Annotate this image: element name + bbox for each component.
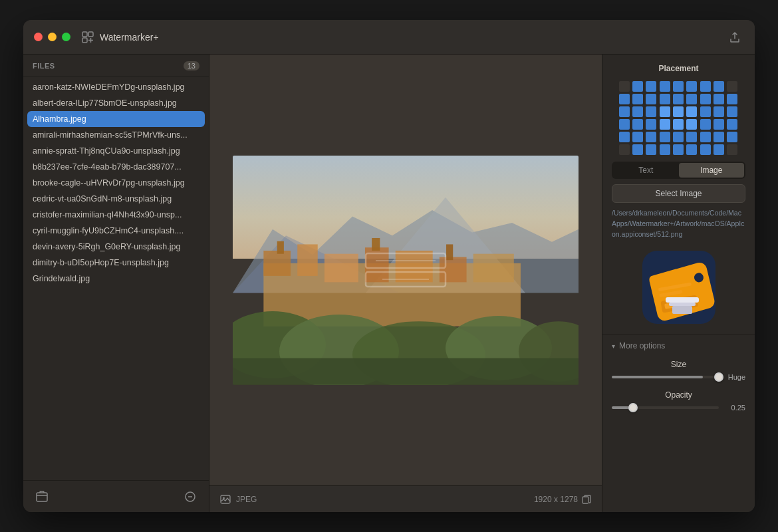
size-slider-thumb[interactable] [714, 372, 723, 382]
placement-dot[interactable] [673, 106, 684, 117]
placement-dot[interactable] [632, 144, 643, 155]
placement-dot[interactable] [700, 144, 711, 155]
tab-text[interactable]: Text [613, 163, 679, 178]
placement-dot[interactable] [660, 119, 670, 130]
placement-dot[interactable] [673, 132, 684, 142]
placement-dot[interactable] [632, 132, 643, 142]
opacity-slider-thumb[interactable] [628, 403, 638, 412]
placement-dot[interactable] [727, 119, 737, 130]
placement-dot[interactable] [619, 144, 630, 155]
placement-dot[interactable] [727, 144, 737, 155]
placement-dot[interactable] [646, 106, 656, 117]
list-item-active[interactable]: Alhambra.jpeg [27, 111, 205, 127]
placement-dot[interactable] [619, 94, 630, 104]
list-item[interactable]: cedric-vt-ua0SnGdN-m8-unsplash.jpg [23, 191, 209, 207]
svg-rect-35 [583, 497, 588, 503]
placement-dot[interactable] [646, 144, 656, 155]
placement-dot[interactable] [632, 94, 643, 104]
maximize-button[interactable] [62, 33, 70, 41]
more-options-section: ▾ More options Size Huge [602, 334, 755, 428]
placement-dot[interactable] [700, 106, 711, 117]
placement-dot[interactable] [727, 94, 737, 104]
placement-dot[interactable] [700, 81, 711, 92]
placement-dot[interactable] [660, 81, 670, 92]
opacity-slider-track [612, 406, 719, 409]
files-count: 13 [184, 61, 199, 70]
list-item[interactable]: cyril-mugglin-fyU9bCZHmC4-unsplash.... [23, 223, 209, 239]
placement-dot[interactable] [619, 132, 630, 142]
placement-dot[interactable] [686, 81, 697, 92]
placement-dot[interactable] [673, 119, 684, 130]
list-item[interactable]: cristofer-maximilian-qI4Nh4t3x90-unsp... [23, 207, 209, 223]
remove-files-button[interactable] [181, 487, 199, 506]
placement-dot[interactable] [700, 119, 711, 130]
placement-dot[interactable] [660, 132, 670, 142]
placement-dot[interactable] [686, 144, 697, 155]
placement-dot[interactable] [686, 94, 697, 104]
placement-dot[interactable] [713, 132, 724, 142]
svg-rect-1 [88, 32, 93, 37]
placement-dot[interactable] [727, 81, 737, 92]
placement-dot[interactable] [713, 144, 724, 155]
placement-dot[interactable] [673, 144, 684, 155]
window-controls [34, 33, 70, 41]
list-item[interactable]: Grindelwald.jpg [23, 271, 209, 287]
app-window: Watermarker+ Files 13 aaron-katz-NWIeDEF… [23, 20, 755, 512]
placement-dot[interactable] [713, 106, 724, 117]
chevron-down-icon: ▾ [612, 342, 615, 350]
titlebar: Watermarker+ [23, 20, 755, 55]
svg-rect-5 [37, 493, 47, 501]
svg-rect-14 [297, 244, 318, 275]
list-item[interactable]: aaron-katz-NWIeDEFmYDg-unsplash.jpg [23, 79, 209, 95]
placement-dot[interactable] [727, 106, 737, 117]
placement-dot[interactable] [686, 132, 697, 142]
placement-dot[interactable] [619, 119, 630, 130]
opacity-control: Opacity 0.25 [612, 390, 745, 412]
svg-rect-43 [669, 303, 696, 306]
placement-dot-selected[interactable] [686, 106, 697, 117]
canvas-area: JPEG 1920 x 1278 [209, 55, 602, 512]
placement-dot[interactable] [632, 106, 643, 117]
svg-rect-28 [233, 358, 579, 384]
close-button[interactable] [34, 33, 43, 41]
list-item[interactable]: b8b237ee-7cfe-4eab-b79b-dac389707... [23, 159, 209, 175]
placement-dot[interactable] [700, 94, 711, 104]
placement-dot[interactable] [713, 94, 724, 104]
placement-dot[interactable] [646, 119, 656, 130]
list-item[interactable]: devin-avery-5iRgh_G0eRY-unsplash.jpg [23, 239, 209, 255]
status-right: 1920 x 1278 [534, 495, 591, 504]
placement-dot[interactable] [646, 94, 656, 104]
placement-dot[interactable] [673, 94, 684, 104]
share-button[interactable] [725, 28, 744, 47]
placement-dot[interactable] [700, 132, 711, 142]
placement-dot[interactable] [632, 81, 643, 92]
placement-dot[interactable] [660, 106, 670, 117]
copy-icon[interactable] [582, 495, 591, 504]
placement-dot[interactable] [646, 81, 656, 92]
list-item[interactable]: annie-spratt-Thj8nqCUa9o-unsplash.jpg [23, 143, 209, 159]
watermark-preview [362, 250, 449, 290]
svg-point-34 [223, 497, 225, 499]
select-image-button[interactable]: Select Image [612, 184, 745, 203]
list-item[interactable]: albert-dera-ILip77SbmOE-unsplash.jpg [23, 95, 209, 111]
placement-dot[interactable] [673, 81, 684, 92]
placement-dot[interactable] [727, 132, 737, 142]
add-files-button[interactable] [33, 487, 51, 506]
placement-dot[interactable] [713, 119, 724, 130]
size-control: Size Huge [612, 360, 745, 381]
more-options-toggle[interactable]: ▾ More options [612, 341, 745, 350]
image-icon [220, 494, 231, 505]
tab-image[interactable]: Image [679, 163, 745, 178]
minimize-button[interactable] [48, 33, 57, 41]
placement-dot-selected[interactable] [686, 119, 697, 130]
placement-dot[interactable] [632, 119, 643, 130]
list-item[interactable]: brooke-cagle--uHVRvDr7pg-unsplash.jpg [23, 175, 209, 191]
placement-dot[interactable] [660, 94, 670, 104]
placement-dot[interactable] [619, 81, 630, 92]
placement-dot[interactable] [619, 106, 630, 117]
placement-dot[interactable] [646, 132, 656, 142]
list-item[interactable]: amirali-mirhashemian-sc5sTPMrVfk-uns... [23, 127, 209, 143]
list-item[interactable]: dimitry-b-uDI5opHop7E-unsplash.jpg [23, 255, 209, 271]
placement-dot[interactable] [660, 144, 670, 155]
placement-dot[interactable] [713, 81, 724, 92]
